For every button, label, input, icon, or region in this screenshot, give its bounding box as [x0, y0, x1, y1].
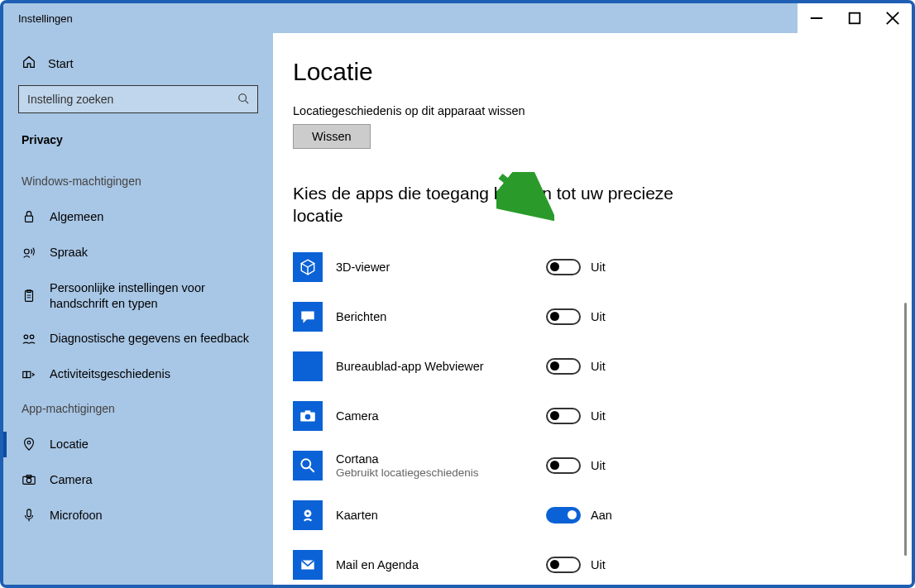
svg-point-18	[26, 479, 31, 483]
app-name: Bureaublad-app Webviewer	[336, 360, 518, 373]
svg-rect-24	[305, 410, 311, 413]
home-button[interactable]: Start	[3, 48, 273, 85]
toggle-cortana[interactable]	[546, 457, 581, 474]
home-icon	[22, 55, 36, 72]
toggle-state: Uit	[591, 558, 606, 571]
sidebar-item-spraak[interactable]: Spraak	[3, 235, 273, 270]
sidebar-item-locatie[interactable]: Locatie	[3, 427, 273, 462]
search-app-icon	[293, 451, 323, 480]
sidebar-item-label: Algemeen	[50, 209, 255, 225]
group-app-permissions: App-machtigingen	[3, 392, 273, 427]
sidebar-item-activiteit[interactable]: Activiteitsgeschiedenis	[3, 356, 273, 392]
current-section-label: Privacy	[3, 128, 273, 165]
maximize-icon	[847, 11, 862, 26]
sidebar-item-label: Persoonlijke instellingen voor handschri…	[50, 280, 255, 312]
svg-point-25	[301, 459, 310, 468]
sidebar-item-label: Microfoon	[50, 508, 255, 523]
minimize-button[interactable]	[798, 3, 836, 33]
location-icon	[22, 437, 36, 452]
window-controls	[798, 3, 912, 33]
app-name: 3D-viewer	[336, 261, 518, 274]
sidebar-item-label: Activiteitsgeschiedenis	[50, 366, 255, 382]
clear-history-button[interactable]: Wissen	[293, 124, 371, 149]
toggle-mail[interactable]	[546, 557, 581, 573]
camera-icon	[22, 472, 36, 487]
app-row-kaarten: Kaarten Aan	[293, 490, 879, 540]
toggle-state: Uit	[591, 310, 606, 323]
svg-rect-20	[27, 509, 31, 517]
svg-point-7	[24, 249, 29, 254]
settings-window: Instellingen Start Instelling zoeken	[0, 0, 915, 588]
app-name: Kaarten	[336, 509, 518, 522]
app-row-3dviewer: 3D-viewer Uit	[293, 242, 879, 292]
section-heading: Kies de apps die toegang hebben tot uw p…	[293, 182, 707, 227]
toggle-kaarten[interactable]	[546, 507, 581, 523]
svg-point-28	[306, 512, 309, 514]
svg-rect-14	[23, 371, 27, 377]
app-list: 3D-viewer Uit Berichten Uit	[293, 242, 879, 585]
toggle-webviewer[interactable]	[546, 358, 581, 375]
close-icon	[885, 11, 900, 26]
message-icon	[293, 302, 323, 332]
group-windows-permissions: Windows-machtigingen	[3, 165, 273, 199]
app-row-berichten: Berichten Uit	[293, 292, 879, 342]
app-name: Berichten	[336, 310, 518, 323]
toggle-camera[interactable]	[546, 408, 581, 424]
svg-point-4	[239, 93, 247, 101]
app-name: Cortana Gebruikt locatiegeschiedenis	[336, 452, 518, 479]
app-row-mail: Mail en Agenda Uit	[293, 540, 879, 585]
titlebar: Instellingen	[3, 3, 912, 33]
sidebar: Start Instelling zoeken Privacy Windows-…	[3, 33, 273, 585]
sidebar-item-microfoon[interactable]: Microfoon	[3, 498, 273, 533]
toggle-3dviewer[interactable]	[546, 259, 581, 275]
sidebar-item-label: Camera	[50, 472, 255, 488]
svg-line-26	[309, 467, 314, 472]
sidebar-item-label: Diagnostische gegevens en feedback	[50, 331, 255, 347]
toggle-state: Uit	[591, 360, 606, 373]
close-button[interactable]	[874, 3, 912, 33]
app-row-webviewer: Bureaublad-app Webviewer Uit	[293, 342, 879, 391]
app-row-cortana: Cortana Gebruikt locatiegeschiedenis Uit	[293, 441, 879, 490]
blank-icon	[293, 351, 323, 381]
search-input[interactable]: Instelling zoeken	[18, 85, 258, 113]
feedback-icon	[22, 332, 36, 347]
svg-rect-1	[850, 13, 860, 24]
sidebar-item-diagnostisch[interactable]: Diagnostische gegevens en feedback	[3, 321, 273, 356]
svg-point-12	[24, 335, 28, 339]
search-icon	[237, 93, 249, 107]
activity-icon	[22, 367, 36, 382]
svg-point-13	[30, 335, 34, 339]
toggle-state: Uit	[591, 261, 606, 274]
microphone-icon	[22, 508, 36, 523]
app-row-camera: Camera Uit	[293, 391, 879, 441]
toggle-berichten[interactable]	[546, 308, 581, 325]
svg-point-16	[27, 442, 31, 445]
scrollbar[interactable]	[904, 303, 907, 556]
toggle-state: Aan	[591, 509, 612, 522]
lock-icon	[22, 209, 36, 224]
maps-icon	[293, 500, 323, 530]
home-label: Start	[48, 57, 74, 70]
toggle-state: Uit	[591, 459, 606, 472]
clipboard-icon	[22, 289, 36, 304]
camera-app-icon	[293, 401, 323, 431]
sidebar-item-camera[interactable]: Camera	[3, 462, 273, 498]
cube-icon	[293, 252, 323, 282]
main-content: Locatie Locatiegeschiedenis op dit appar…	[273, 33, 912, 585]
window-body: Start Instelling zoeken Privacy Windows-…	[3, 33, 912, 585]
minimize-icon	[809, 11, 824, 26]
maximize-button[interactable]	[836, 3, 874, 33]
sidebar-item-algemeen[interactable]: Algemeen	[3, 199, 273, 235]
history-label: Locatiegeschiedenis op dit apparaat wiss…	[293, 104, 879, 117]
search-placeholder: Instelling zoeken	[27, 93, 113, 106]
speech-icon	[22, 245, 36, 260]
svg-rect-6	[26, 217, 33, 222]
sidebar-item-handschrift[interactable]: Persoonlijke instellingen voor handschri…	[3, 270, 273, 322]
app-name: Camera	[336, 409, 518, 423]
page-title: Locatie	[293, 58, 879, 86]
svg-rect-15	[26, 371, 31, 377]
svg-line-5	[246, 100, 249, 103]
svg-point-23	[305, 414, 311, 419]
mail-icon	[293, 550, 323, 580]
app-name: Mail en Agenda	[336, 558, 518, 571]
